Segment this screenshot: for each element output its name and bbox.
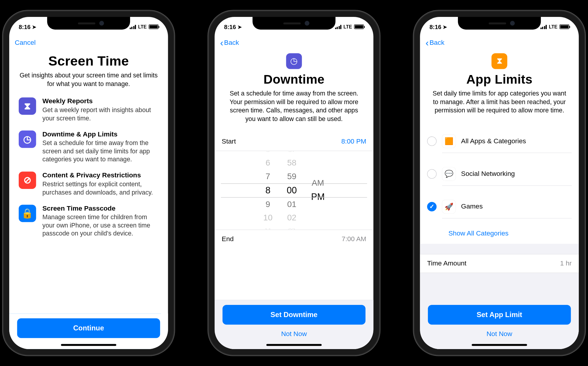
signal-icon [335, 25, 342, 29]
time-amount-value: 1 hr [560, 260, 572, 268]
home-indicator[interactable] [472, 344, 527, 346]
screen-3: 8:16➤ LTE ‹Back ⧗ App Limits Set daily t… [420, 17, 579, 349]
nav-bar: Cancel [9, 34, 168, 52]
not-now-button[interactable]: Not Now [428, 324, 571, 338]
rocket-icon: 🚀 [442, 200, 456, 213]
set-app-limit-button[interactable]: Set App Limit [428, 305, 571, 325]
start-value: 8:00 PM [341, 138, 366, 146]
notch [252, 17, 335, 30]
ampm-column[interactable]: AM PM [311, 151, 325, 230]
picker-value: 10 [263, 213, 273, 223]
lock-icon: 🔒 [19, 205, 36, 222]
feature-weekly-reports: ⧗ Weekly ReportsGet a weekly report with… [19, 98, 159, 123]
chevron-left-icon: ‹ [220, 38, 223, 48]
feature-title: Screen Time Passcode [42, 205, 159, 213]
end-time-row[interactable]: End 7:00 AM [215, 230, 374, 248]
location-icon: ➤ [238, 24, 242, 30]
picker-value: 00 [287, 185, 297, 196]
battery-icon [149, 24, 159, 29]
clock-icon: ◷ [286, 53, 302, 69]
back-button[interactable]: ‹Back [426, 38, 445, 48]
cancel-button[interactable]: Cancel [15, 39, 36, 47]
picker-value: 9 [265, 200, 270, 209]
picker-value: PM [311, 192, 325, 203]
minute-column[interactable]: 57 58 59 00 01 02 03 [287, 151, 297, 230]
end-value: 7:00 AM [342, 235, 366, 243]
radio-unchecked[interactable] [427, 136, 437, 146]
feature-title: Content & Privacy Restrictions [42, 172, 159, 180]
chevron-left-icon: ‹ [426, 38, 429, 48]
screen-2: 8:16➤ LTE ‹Back ◷ Downtime Set a schedul… [215, 17, 374, 349]
page-title: Downtime [225, 72, 363, 87]
phone-frame-1: 8:16➤ LTE Cancel Screen Time Get insight… [4, 11, 173, 354]
start-time-row[interactable]: Start 8:00 PM [215, 133, 374, 151]
back-label: Back [224, 39, 239, 47]
picker-value: 02 [287, 213, 296, 223]
notch [458, 17, 541, 30]
picker-value: 01 [287, 200, 296, 209]
hour-column[interactable]: 5 6 7 8 9 10 11 [263, 151, 273, 230]
feature-desc: Get a weekly report with insights about … [42, 106, 159, 122]
feature-desc: Set a schedule for time away from the sc… [42, 139, 159, 164]
hourglass-icon: ⧗ [19, 98, 36, 115]
category-all-apps[interactable]: 🟧 All Apps & Categories [420, 125, 579, 157]
carrier-label: LTE [549, 24, 557, 30]
location-icon: ➤ [32, 24, 37, 30]
page-subtitle: Set a schedule for time away from the sc… [225, 89, 363, 123]
time-amount-label: Time Amount [427, 260, 560, 268]
category-label: All Apps & Categories [461, 137, 526, 145]
feature-downtime: ◷ Downtime & App LimitsSet a schedule fo… [19, 131, 159, 164]
notch [47, 17, 130, 30]
picker-value: 6 [265, 158, 270, 168]
picker-value: 59 [287, 172, 296, 181]
signal-icon [129, 25, 136, 29]
back-button[interactable]: ‹Back [220, 38, 239, 48]
feature-restrictions: ⊘ Content & Privacy RestrictionsRestrict… [19, 172, 159, 197]
nav-bar: ‹Back [215, 34, 374, 52]
page-subtitle: Get insights about your screen time and … [20, 71, 158, 88]
time-picker[interactable]: 5 6 7 8 9 10 11 57 58 59 00 01 02 [215, 151, 374, 230]
category-games[interactable]: 🚀 Games [420, 190, 579, 223]
stack-icon: 🟧 [442, 134, 456, 148]
home-indicator[interactable] [61, 344, 116, 346]
page-subtitle: Set daily time limits for app categories… [430, 89, 569, 114]
hourglass-icon: ⧗ [491, 53, 507, 69]
start-label: Start [222, 138, 342, 146]
picker-value: 57 [288, 151, 295, 153]
content-area: ⧗ App Limits Set daily time limits for a… [420, 52, 579, 349]
category-social[interactable]: 💬 Social Networking [420, 158, 579, 190]
set-downtime-button[interactable]: Set Downtime [222, 305, 365, 325]
status-time: 8:16 [224, 23, 236, 30]
picker-value: 03 [288, 228, 295, 230]
page-title: App Limits [430, 72, 569, 87]
category-label: Social Networking [461, 170, 515, 178]
location-icon: ➤ [443, 24, 447, 30]
feature-title: Weekly Reports [42, 98, 159, 106]
feature-passcode: 🔒 Screen Time PasscodeManage screen time… [19, 205, 159, 238]
clock-icon: ◷ [19, 131, 36, 148]
picker-value: 7 [265, 172, 270, 181]
phone-frame-3: 8:16➤ LTE ‹Back ⧗ App Limits Set daily t… [415, 11, 584, 354]
picker-value: 11 [264, 228, 271, 230]
content-area: Screen Time Get insights about your scre… [9, 52, 168, 314]
picker-value: 8 [265, 185, 271, 196]
show-all-categories-button[interactable]: Show All Categories [420, 223, 579, 244]
picker-value: 58 [287, 158, 296, 168]
feature-desc: Restrict settings for explicit content, … [42, 180, 159, 197]
category-label: Games [461, 203, 483, 211]
picker-value: AM [312, 179, 324, 188]
radio-checked[interactable] [427, 202, 437, 211]
continue-button[interactable]: Continue [17, 318, 160, 338]
screen-1: 8:16➤ LTE Cancel Screen Time Get insight… [9, 17, 168, 349]
battery-icon [354, 24, 364, 29]
phone-frame-2: 8:16➤ LTE ‹Back ◷ Downtime Set a schedul… [209, 11, 379, 354]
time-amount-row[interactable]: Time Amount 1 hr [420, 254, 579, 272]
picker-value: 5 [266, 151, 270, 153]
carrier-label: LTE [138, 24, 147, 30]
back-label: Back [429, 39, 444, 47]
end-label: End [222, 235, 342, 243]
not-now-button[interactable]: Not Now [222, 324, 365, 338]
home-indicator[interactable] [266, 344, 322, 346]
status-time: 8:16 [19, 23, 31, 30]
radio-unchecked[interactable] [427, 169, 437, 179]
